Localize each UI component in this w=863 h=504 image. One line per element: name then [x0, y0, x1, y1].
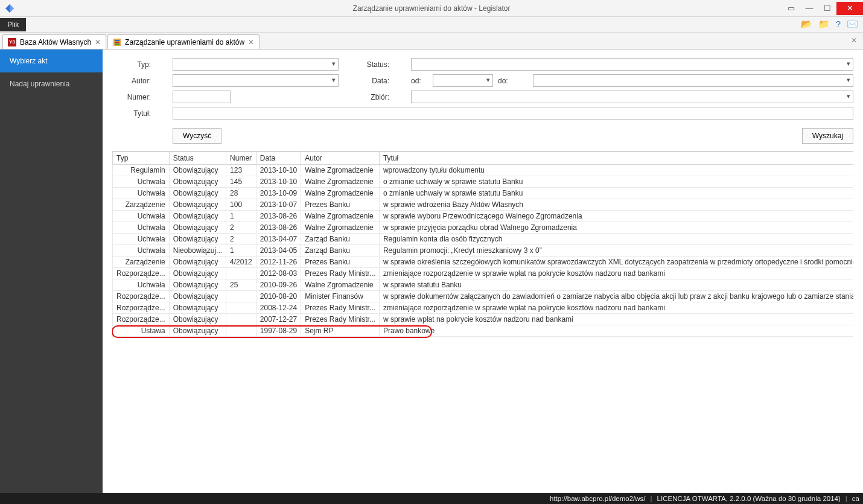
cell-data: 2013-10-10 [256, 176, 301, 188]
cell-typ: Rozporządze... [113, 268, 170, 279]
table-row[interactable]: UchwałaObowiązujący1452013-10-10Walne Zg… [113, 176, 854, 188]
cell-tytul: o zmianie uchwały w sprawie statutu Bank… [379, 176, 853, 188]
header-tytul[interactable]: Tytuł [379, 152, 853, 165]
table-row[interactable]: UchwałaObowiązujący22013-04-07Zarząd Ban… [113, 234, 854, 245]
table-row[interactable]: ZarządzenieObowiązujący4/20122012-11-26P… [113, 257, 854, 268]
maximize-button[interactable]: ☐ [818, 2, 836, 15]
table-row[interactable]: Rozporządze...Obowiązujący2008-12-24Prez… [113, 302, 854, 314]
cell-data: 2013-10-09 [256, 188, 301, 199]
cell-numer [226, 325, 256, 337]
cell-numer: 100 [226, 199, 256, 211]
svg-rect-4 [115, 42, 119, 43]
results-table: Typ Status Numer Data Autor Tytuł Regula… [112, 152, 853, 337]
cell-tytul: Regulamin konta dla osób fizycznych [379, 234, 853, 245]
cell-status: Obowiązujący [169, 325, 226, 337]
cell-autor: Walne Zgromadzenie [301, 211, 380, 222]
table-row[interactable]: Rozporządze...Obowiązujący2010-08-20Mini… [113, 291, 854, 302]
help-icon[interactable]: ? [836, 19, 841, 30]
clear-button[interactable]: Wyczyść [173, 128, 221, 144]
cell-status: Obowiązujący [169, 222, 226, 234]
cell-data: 1997-08-29 [256, 325, 301, 337]
cell-tytul: Prawo bankowe [379, 325, 853, 337]
status-select[interactable] [411, 58, 853, 71]
cell-status: Obowiązujący [169, 211, 226, 222]
sidebar-item-nadaj-uprawnienia[interactable]: Nadaj uprawnienia [0, 72, 103, 95]
cell-status: Obowiązujący [169, 188, 226, 199]
cell-numer: 145 [226, 176, 256, 188]
header-status[interactable]: Status [169, 152, 226, 165]
tab-label: Baza Aktów Własnych [20, 38, 91, 46]
tab-baza-aktow[interactable]: Y3 Baza Aktów Własnych ✕ [2, 34, 106, 49]
cell-status: Obowiązujący [169, 199, 226, 211]
search-button[interactable]: Wyszukaj [802, 128, 853, 144]
zbior-select[interactable] [411, 91, 853, 103]
sidebar-item-wybierz-akt[interactable]: Wybierz akt [0, 49, 103, 72]
table-header-row: Typ Status Numer Data Autor Tytuł [113, 152, 854, 165]
document-tabs: Y3 Baza Aktów Własnych ✕ Zarządzanie upr… [0, 33, 863, 49]
tabs-panel-close-icon[interactable]: ✕ [851, 36, 857, 45]
table-row[interactable]: UchwałaObowiązujący12013-08-26Walne Zgro… [113, 211, 854, 222]
window-strip-icon[interactable]: ▭ [782, 2, 800, 15]
cell-typ: Uchwała [113, 222, 170, 234]
table-row[interactable]: UchwałaObowiązujący252010-09-26Walne Zgr… [113, 279, 854, 291]
cell-status: Obowiązujący [169, 268, 226, 279]
table-row[interactable]: UchwałaNieobowiązuj...12013-04-05Zarząd … [113, 245, 854, 257]
label-autor: Autor: [112, 77, 154, 85]
status-lang: ca [852, 495, 859, 502]
tytul-input[interactable] [173, 107, 853, 120]
cell-typ: Uchwała [113, 176, 170, 188]
cell-numer: 25 [226, 279, 256, 291]
cell-typ: Ustawa [113, 325, 170, 337]
table-row[interactable]: Rozporządze...Obowiązujący2007-12-27Prez… [113, 314, 854, 325]
toolbar-icon-1[interactable]: 📂 [801, 19, 812, 30]
table-row[interactable]: UchwałaObowiązujący282013-10-09Walne Zgr… [113, 188, 854, 199]
filter-form: Typ: Status: Autor: Data: od: do: Numer:… [112, 58, 853, 120]
table-row[interactable]: Rozporządze...Obowiązujący2012-08-03Prez… [113, 268, 854, 279]
window-title: Zarządzanie uprawnieniami do aktów - Leg… [0, 4, 863, 13]
status-license: LICENCJA OTWARTA, 2.2.0.0 (Ważna do 30 g… [657, 495, 841, 502]
cell-numer [226, 314, 256, 325]
table-row[interactable]: UstawaObowiązujący1997-08-29Sejm RPPrawo… [113, 325, 854, 337]
cell-data: 2007-12-27 [256, 314, 301, 325]
tab-zarzadzanie[interactable]: Zarządzanie uprawnieniami do aktów ✕ [107, 34, 260, 49]
header-data[interactable]: Data [256, 152, 301, 165]
label-numer: Numer: [112, 93, 154, 101]
table-row[interactable]: UchwałaObowiązujący22013-08-26Walne Zgro… [113, 222, 854, 234]
menu-file[interactable]: Plik [0, 18, 26, 31]
cell-status: Nieobowiązuj... [169, 245, 226, 257]
header-numer[interactable]: Numer [226, 152, 256, 165]
tab-close-icon[interactable]: ✕ [248, 38, 254, 46]
numer-input[interactable] [173, 91, 231, 103]
cell-tytul: w sprawie wdrożenia Bazy Aktów Własnych [379, 199, 853, 211]
cell-status: Obowiązujący [169, 234, 226, 245]
sidebar-item-label: Nadaj uprawnienia [10, 80, 69, 88]
cell-status: Obowiązujący [169, 291, 226, 302]
minimize-button[interactable]: — [800, 2, 818, 15]
date-od-input[interactable] [433, 74, 493, 87]
cell-numer: 1 [226, 245, 256, 257]
tab-close-icon[interactable]: ✕ [95, 38, 101, 46]
label-typ: Typ: [112, 60, 154, 69]
cell-autor: Walne Zgromadzenie [301, 279, 380, 291]
cell-data: 2012-08-03 [256, 268, 301, 279]
header-typ[interactable]: Typ [113, 152, 170, 165]
cell-autor: Walne Zgromadzenie [301, 176, 380, 188]
cell-data: 2010-08-20 [256, 291, 301, 302]
header-autor[interactable]: Autor [301, 152, 380, 165]
date-do-input[interactable] [533, 74, 853, 87]
label-tytul: Tytuł: [112, 109, 154, 118]
cell-data: 2013-10-10 [256, 165, 301, 176]
cell-typ: Zarządzenie [113, 257, 170, 268]
cell-typ: Uchwała [113, 188, 170, 199]
toolbar-icon-2[interactable]: 📁 [818, 19, 830, 30]
status-bar: http://baw.abcpro.pl/demo2/ws/ | LICENCJ… [0, 493, 863, 504]
tab-label: Zarządzanie uprawnieniami do aktów [125, 38, 244, 46]
sidebar: Wybierz akt Nadaj uprawnienia [0, 49, 103, 493]
table-row[interactable]: RegulaminObowiązujący1232013-10-10Walne … [113, 165, 854, 176]
autor-select[interactable] [173, 74, 339, 87]
table-row[interactable]: ZarządzenieObowiązujący1002013-10-07Prez… [113, 199, 854, 211]
close-button[interactable]: ✕ [836, 2, 863, 15]
mail-icon[interactable]: ✉️ [847, 19, 858, 30]
cell-autor: Prezes Rady Ministr... [301, 302, 380, 314]
typ-select[interactable] [173, 58, 339, 71]
